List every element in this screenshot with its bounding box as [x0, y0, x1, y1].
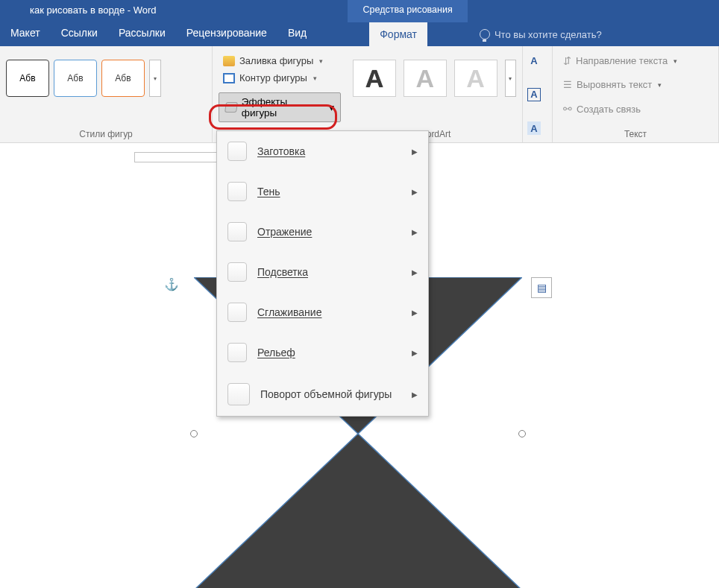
- wordart-style-1[interactable]: А: [353, 60, 396, 97]
- wordart-styles-more[interactable]: ▾: [505, 60, 516, 97]
- text-direction-icon: ⇵: [563, 55, 571, 66]
- tab-links[interactable]: Ссылки: [51, 22, 108, 46]
- tell-me-placeholder: Что вы хотите сделать?: [494, 29, 602, 40]
- ribbon-tabs: Макет Ссылки Рассылки Рецензирование Вид…: [0, 22, 719, 46]
- text-effects-button[interactable]: A: [527, 121, 541, 135]
- tab-layout[interactable]: Макет: [0, 22, 51, 46]
- menu-item-soft-edges[interactable]: Сглаживание ▶: [217, 297, 428, 328]
- text-fill-button[interactable]: A: [527, 54, 541, 67]
- soft-edges-icon: [227, 303, 247, 322]
- shape-style-thumb-3[interactable]: Абв: [101, 60, 145, 97]
- chevron-right-icon: ▶: [412, 349, 418, 357]
- menu-item-preset[interactable]: Заготовка ▶: [217, 136, 428, 167]
- chevron-right-icon: ▶: [412, 148, 418, 156]
- preset-icon: [227, 142, 247, 161]
- tab-review[interactable]: Рецензирование: [176, 22, 277, 46]
- create-link-button[interactable]: ⚯ Создать связь: [559, 101, 712, 116]
- contextual-tab-drawing-tools: Средства рисования: [348, 0, 467, 22]
- pen-outline-icon: [223, 73, 235, 83]
- chevron-down-icon: ▾: [509, 75, 512, 82]
- shape-style-thumb-1[interactable]: Абв: [6, 60, 49, 97]
- chevron-right-icon: ▶: [412, 268, 418, 276]
- shadow-icon: [227, 182, 247, 201]
- svg-marker-2: [194, 434, 522, 588]
- group-label-shape-styles: Стили фигур: [6, 129, 206, 139]
- shape-fill-button[interactable]: Заливка фигуры▾: [219, 54, 341, 68]
- shape-effects-menu: Заготовка ▶ Тень ▶ Отражение ▶ Подсветка…: [216, 130, 429, 417]
- chevron-down-icon: ▾: [313, 75, 317, 82]
- lightbulb-icon: [480, 29, 490, 39]
- layout-options-icon: ▤: [537, 282, 547, 294]
- shape-style-thumb-2[interactable]: Абв: [54, 60, 97, 97]
- menu-item-glow[interactable]: Подсветка ▶: [217, 256, 428, 288]
- window-title: как рисовать в ворде - Word: [0, 0, 169, 22]
- chevron-right-icon: ▶: [412, 188, 418, 196]
- shape-effects-button[interactable]: Эффекты фигуры▾: [219, 92, 341, 122]
- menu-item-reflection[interactable]: Отражение ▶: [217, 216, 428, 247]
- tab-mailings[interactable]: Рассылки: [108, 22, 176, 46]
- layout-options-button[interactable]: ▤: [531, 277, 552, 298]
- tell-me-search[interactable]: Что вы хотите сделать?: [472, 22, 609, 46]
- rotation-3d-icon: [227, 383, 250, 405]
- wordart-style-3[interactable]: А: [454, 60, 497, 97]
- glow-icon: [227, 262, 247, 282]
- chevron-down-icon: ▾: [319, 57, 323, 65]
- chevron-right-icon: ▶: [412, 228, 418, 236]
- tab-view[interactable]: Вид: [277, 22, 317, 46]
- shape-styles-more[interactable]: ▾: [149, 60, 161, 97]
- tab-format[interactable]: Формат: [369, 22, 427, 46]
- anchor-icon: ⚓: [164, 277, 179, 291]
- resize-handle-left[interactable]: [190, 430, 198, 437]
- group-label-text: Текст: [559, 129, 712, 139]
- text-direction-button[interactable]: ⇵ Направление текста▾: [559, 54, 712, 68]
- text-outline-button[interactable]: A: [527, 88, 541, 101]
- menu-item-bevel[interactable]: Рельеф ▶: [217, 337, 428, 368]
- resize-handle-right[interactable]: [518, 430, 526, 437]
- shape-outline-button[interactable]: Контур фигуры▾: [219, 71, 341, 85]
- ribbon: Абв Абв Абв ▾ Стили фигур Заливка фигуры…: [0, 46, 719, 143]
- chevron-down-icon: ▾: [154, 75, 157, 82]
- bevel-icon: [227, 343, 247, 362]
- chain-link-icon: ⚯: [563, 103, 572, 115]
- chevron-right-icon: ▶: [412, 391, 418, 399]
- chevron-right-icon: ▶: [412, 309, 418, 317]
- reflection-icon: [227, 222, 247, 241]
- chevron-down-icon: ▾: [329, 101, 334, 113]
- menu-item-shadow[interactable]: Тень ▶: [217, 176, 428, 207]
- paint-bucket-icon: [223, 56, 235, 66]
- align-text-icon: ☰: [563, 79, 572, 90]
- effects-icon: [225, 102, 238, 113]
- wordart-style-2[interactable]: А: [404, 60, 447, 97]
- align-text-button[interactable]: ☰ Выровнять текст▾: [559, 78, 712, 92]
- menu-item-3d-rotation[interactable]: Поворот объемной фигуры ▶: [217, 377, 428, 411]
